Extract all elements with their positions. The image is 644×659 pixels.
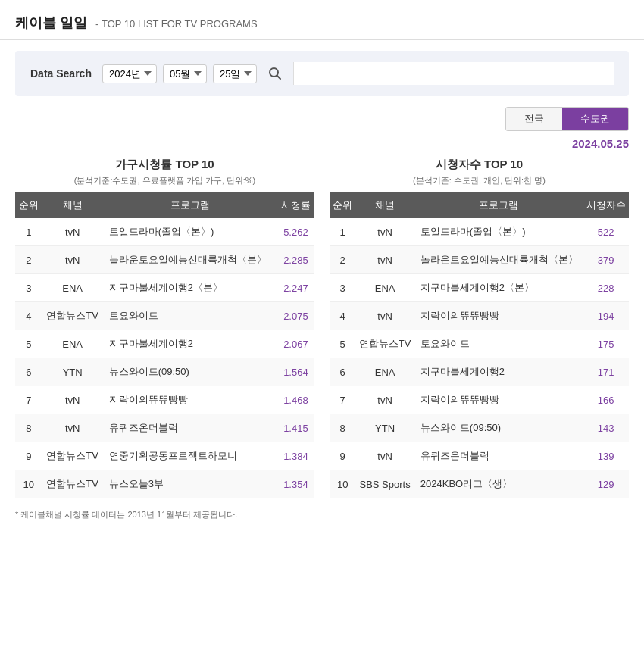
rank-cell: 1	[330, 218, 355, 246]
rank-cell: 2	[330, 246, 355, 274]
table-row: 1 tvN 토일드라마(졸업〈본〉) 522	[330, 218, 629, 246]
table-row: 3 ENA 지구마불세계여행2〈본〉 228	[330, 274, 629, 302]
table-row: 8 tvN 유퀴즈온더블럭 1.415	[15, 414, 314, 442]
rank-cell: 10	[330, 470, 355, 498]
rank-cell: 6	[330, 358, 355, 386]
v-col-program: 프로그램	[414, 192, 583, 218]
rank-cell: 4	[15, 302, 42, 330]
program-cell: 지구마불세계여행2	[103, 330, 277, 358]
household-subtitle: (분석기준:수도권, 유료플랫폼 가입 가구, 단위:%)	[15, 175, 314, 186]
channel-cell: 연합뉴스TV	[42, 302, 103, 330]
household-table: 순위 채널 프로그램 시청률 1 tvN 토일드라마(졸업〈본〉) 5.262 …	[15, 192, 314, 498]
program-cell: 토요와이드	[414, 330, 583, 358]
rating-cell: 1.415	[277, 414, 314, 442]
tab-region: 전국 수도권	[0, 107, 644, 131]
viewers-cell: 175	[583, 330, 629, 358]
rank-cell: 1	[15, 218, 42, 246]
program-cell: 유퀴즈온더블럭	[414, 442, 583, 470]
rank-cell: 5	[15, 330, 42, 358]
viewers-cell: 379	[583, 246, 629, 274]
channel-cell: 연합뉴스TV	[42, 470, 103, 498]
channel-cell: YTN	[355, 414, 414, 442]
program-cell: 토일드라마(졸업〈본〉)	[414, 218, 583, 246]
viewers-cell: 139	[583, 442, 629, 470]
rank-cell: 9	[330, 442, 355, 470]
table-row: 10 연합뉴스TV 뉴스오늘3부 1.354	[15, 470, 314, 498]
viewers-table: 순위 채널 프로그램 시청자수 1 tvN 토일드라마(졸업〈본〉) 522 2…	[330, 192, 629, 498]
h-col-channel: 채널	[42, 192, 103, 218]
household-title: 가구시청률 TOP 10	[15, 158, 314, 172]
channel-cell: tvN	[355, 218, 414, 246]
table-row: 6 YTN 뉴스와이드(09:50) 1.564	[15, 358, 314, 386]
channel-cell: YTN	[42, 358, 103, 386]
rank-cell: 6	[15, 358, 42, 386]
table-row: 2 tvN 놀라운토요일예능신대륙개척〈본〉 2.285	[15, 246, 314, 274]
table-row: 5 연합뉴스TV 토요와이드 175	[330, 330, 629, 358]
rank-cell: 9	[15, 442, 42, 470]
program-cell: 연중기획공동프로젝트하모니	[103, 442, 277, 470]
svg-line-1	[277, 76, 280, 80]
channel-cell: tvN	[355, 442, 414, 470]
program-cell: 지락이의뜌뜌빵빵	[414, 386, 583, 414]
year-select[interactable]: 2024년	[102, 64, 157, 83]
search-bar: Data Search 2024년 05월 25일	[15, 51, 629, 96]
tab-metropolitan[interactable]: 수도권	[562, 108, 628, 130]
program-cell: 뉴스오늘3부	[103, 470, 277, 498]
channel-cell: ENA	[355, 358, 414, 386]
table-row: 3 ENA 지구마불세계여행2〈본〉 2.247	[15, 274, 314, 302]
program-cell: 유퀴즈온더블럭	[103, 414, 277, 442]
program-cell: 토일드라마(졸업〈본〉)	[103, 218, 277, 246]
table-row: 6 ENA 지구마불세계여행2 171	[330, 358, 629, 386]
rating-cell: 5.262	[277, 218, 314, 246]
date-display: 2024.05.25	[0, 134, 644, 158]
footnote: * 케이블채널 시청률 데이터는 2013년 11월부터 제공됩니다.	[0, 498, 644, 528]
viewers-cell: 171	[583, 358, 629, 386]
rank-cell: 8	[330, 414, 355, 442]
rating-cell: 1.468	[277, 386, 314, 414]
channel-cell: tvN	[42, 218, 103, 246]
program-cell: 지구마불세계여행2〈본〉	[103, 274, 277, 302]
rating-cell: 1.564	[277, 358, 314, 386]
channel-cell: tvN	[42, 386, 103, 414]
program-cell: 놀라운토요일예능신대륙개척〈본〉	[103, 246, 277, 274]
viewers-cell: 166	[583, 386, 629, 414]
table-row: 9 tvN 유퀴즈온더블럭 139	[330, 442, 629, 470]
rating-cell: 2.285	[277, 246, 314, 274]
channel-cell: tvN	[355, 302, 414, 330]
viewers-cell: 129	[583, 470, 629, 498]
page-header: 케이블 일일 - TOP 10 LIST FOR TV PROGRAMS	[0, 0, 644, 40]
table-row: 8 YTN 뉴스와이드(09:50) 143	[330, 414, 629, 442]
rank-cell: 2	[15, 246, 42, 274]
viewers-title: 시청자수 TOP 10	[330, 158, 629, 172]
channel-cell: tvN	[42, 246, 103, 274]
h-col-program: 프로그램	[103, 192, 277, 218]
day-select[interactable]: 25일	[213, 64, 257, 83]
table-row: 4 연합뉴스TV 토요와이드 2.075	[15, 302, 314, 330]
search-input[interactable]	[293, 62, 614, 85]
table-row: 9 연합뉴스TV 연중기획공동프로젝트하모니 1.384	[15, 442, 314, 470]
v-col-channel: 채널	[355, 192, 414, 218]
rank-cell: 7	[330, 386, 355, 414]
viewers-section: 시청자수 TOP 10 (분석기준: 수도권, 개인, 단위:천 명) 순위 채…	[330, 158, 629, 498]
program-cell: 지구마불세계여행2〈본〉	[414, 274, 583, 302]
rank-cell: 8	[15, 414, 42, 442]
channel-cell: tvN	[355, 246, 414, 274]
rank-cell: 3	[15, 274, 42, 302]
table-row: 7 tvN 지락이의뜌뜌빵빵 1.468	[15, 386, 314, 414]
viewers-cell: 143	[583, 414, 629, 442]
h-col-rank: 순위	[15, 192, 42, 218]
search-button[interactable]	[263, 61, 287, 86]
rating-cell: 2.075	[277, 302, 314, 330]
tab-national[interactable]: 전국	[506, 108, 562, 130]
viewers-subtitle: (분석기준: 수도권, 개인, 단위:천 명)	[330, 175, 629, 186]
rank-cell: 4	[330, 302, 355, 330]
v-col-viewers: 시청자수	[583, 192, 629, 218]
channel-cell: ENA	[355, 274, 414, 302]
program-cell: 놀라운토요일예능신대륙개척〈본〉	[414, 246, 583, 274]
channel-cell: SBS Sports	[355, 470, 414, 498]
page-title: 케이블 일일 - TOP 10 LIST FOR TV PROGRAMS	[15, 15, 258, 30]
program-cell: 토요와이드	[103, 302, 277, 330]
viewers-cell: 194	[583, 302, 629, 330]
viewers-cell: 228	[583, 274, 629, 302]
month-select[interactable]: 05월	[163, 64, 207, 83]
